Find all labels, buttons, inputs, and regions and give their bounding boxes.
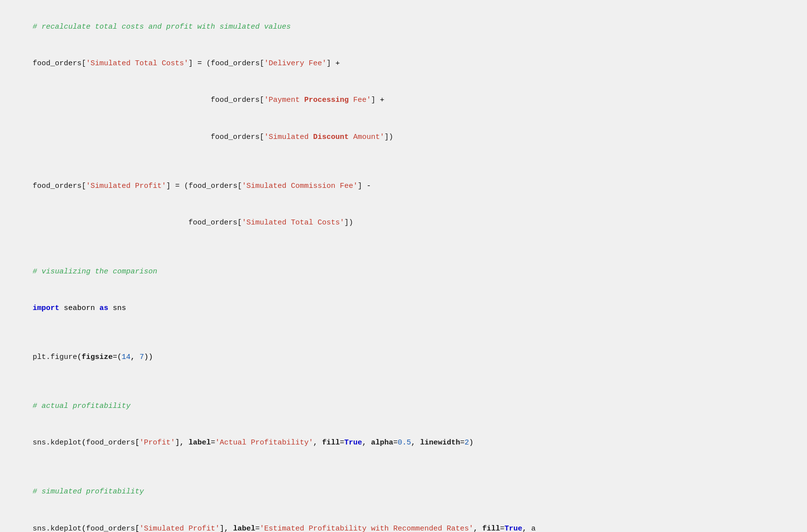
code-line: # visualizing the comparison <box>15 254 792 290</box>
code-line: plt.figure(figsize=(14, 7)) <box>15 339 792 376</box>
code-line: sns.kdeplot(food_orders['Profit'], label… <box>15 425 792 462</box>
code-line <box>15 376 792 389</box>
code-line: sns.kdeplot(food_orders['Simulated Profi… <box>15 511 792 532</box>
code-line <box>15 241 792 254</box>
code-line: # simulated profitability <box>15 474 792 511</box>
code-line <box>15 462 792 474</box>
code-line: # actual profitability <box>15 388 792 425</box>
code-line: food_orders['Simulated Profit'] = (food_… <box>15 168 792 205</box>
code-line <box>15 327 792 340</box>
comment-text: # recalculate total costs and profit wit… <box>33 23 291 31</box>
code-line <box>15 156 792 168</box>
code-line: food_orders['Simulated Total Costs'] = (… <box>15 45 792 82</box>
code-section: # recalculate total costs and profit wit… <box>0 0 807 532</box>
code-line: # recalculate total costs and profit wit… <box>15 9 792 45</box>
code-line: food_orders['Simulated Discount Amount']… <box>15 119 792 156</box>
code-line: food_orders['Payment Processing Fee'] + <box>15 83 792 119</box>
code-line: import seaborn as sns <box>15 290 792 327</box>
code-line: food_orders['Simulated Total Costs']) <box>15 205 792 241</box>
